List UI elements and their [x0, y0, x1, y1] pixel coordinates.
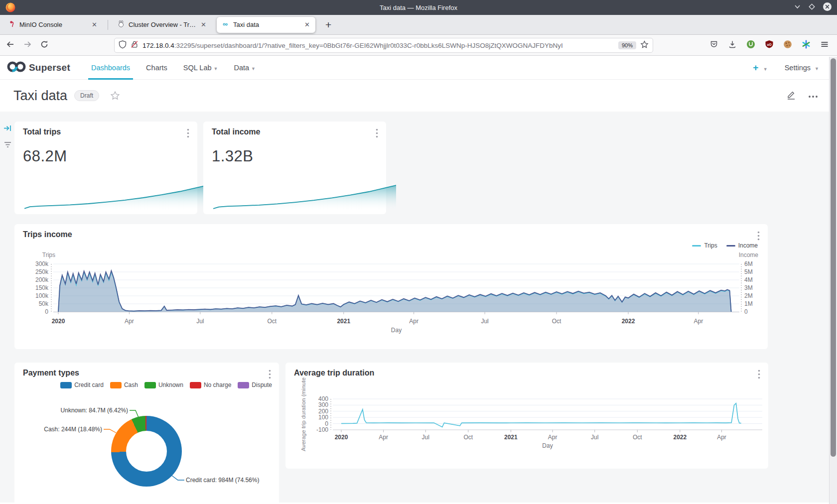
new-tab-button[interactable]: +	[320, 17, 336, 33]
firefox-window: Taxi data — Mozilla Firefox MinIO Consol…	[0, 0, 837, 504]
browser-tab-taxi-data[interactable]: ∞Taxi data✕	[217, 17, 315, 33]
multicolor-asterisk-icon[interactable]	[802, 40, 811, 51]
ublock-icon[interactable]: uO	[765, 40, 774, 51]
nav-item-dashboards[interactable]: Dashboards	[91, 56, 130, 80]
svg-text:300k: 300k	[35, 260, 49, 267]
bookmark-star-icon[interactable]	[640, 40, 649, 51]
svg-text:4M: 4M	[744, 276, 753, 283]
svg-text:50k: 50k	[39, 300, 49, 307]
superset-icon: ∞	[221, 20, 229, 29]
dashboard-header: Taxi data Draft	[0, 80, 837, 112]
tracking-shield-icon[interactable]	[119, 40, 127, 51]
avg-trip-duration-chart: 4003002001000-1002020AprJulOct2021AprJul…	[285, 363, 768, 469]
superset-logo[interactable]: Superset	[7, 60, 70, 75]
nav-item-charts[interactable]: Charts	[146, 56, 167, 80]
tab-bar: MinIO Console✕Cluster Overview - Trino✕∞…	[0, 15, 837, 35]
svg-text:Oct: Oct	[633, 434, 642, 441]
new-item-button[interactable]: + ▼	[753, 62, 767, 73]
svg-text:200k: 200k	[35, 276, 49, 283]
favorite-star-icon[interactable]	[110, 91, 120, 103]
svg-text:0: 0	[45, 308, 48, 315]
browser-toolbar: 172.18.0.4:32295/superset/dashboard/1/?n…	[0, 35, 837, 56]
tab-label: Cluster Overview - Trino	[129, 21, 196, 28]
svg-text:Oct: Oct	[552, 318, 561, 325]
big-number-value: 68.2M	[23, 147, 67, 165]
insecure-lock-icon[interactable]	[131, 40, 139, 50]
svg-text:2021: 2021	[504, 434, 518, 441]
nav-item-sql-lab[interactable]: SQL Lab▼	[183, 56, 218, 80]
svg-text:2021: 2021	[337, 318, 350, 325]
url-bar[interactable]: 172.18.0.4:32295/superset/dashboard/1/?n…	[114, 38, 653, 53]
svg-text:-100: -100	[316, 426, 328, 433]
svg-text:150k: 150k	[35, 284, 49, 291]
donut-label-cash: Cash: 244M (18.48%)	[44, 426, 102, 433]
pocket-icon[interactable]	[709, 40, 718, 51]
svg-text:2M: 2M	[744, 292, 753, 299]
scrollbar-thumb[interactable]	[831, 58, 836, 457]
draft-badge: Draft	[74, 90, 99, 101]
svg-text:2020: 2020	[52, 318, 65, 325]
svg-text:100k: 100k	[35, 292, 49, 299]
svg-text:Oct: Oct	[463, 434, 473, 441]
tab-close-icon[interactable]: ✕	[303, 21, 311, 28]
caret-down-icon: ▼	[815, 66, 819, 71]
caret-down-icon: ▼	[214, 66, 218, 71]
forward-button[interactable]	[23, 40, 32, 51]
browser-tab-minio-console[interactable]: MinIO Console✕	[4, 17, 103, 33]
svg-text:Apr: Apr	[125, 318, 134, 325]
svg-text:Oct: Oct	[267, 318, 277, 325]
filter-icon[interactable]	[3, 141, 12, 150]
page-scrollbar[interactable]	[829, 57, 837, 504]
big-number-value: 1.32B	[212, 147, 254, 165]
minimize-button[interactable]	[794, 3, 801, 12]
privacy-badger-icon[interactable]	[746, 40, 755, 51]
dashboard-body: Total trips 68.2M Total income 1.32B Tri…	[0, 112, 837, 503]
svg-text:Jul: Jul	[422, 434, 429, 441]
svg-text:Jul: Jul	[196, 318, 204, 325]
svg-text:3M: 3M	[744, 284, 753, 291]
total-income-sparkline	[213, 182, 396, 211]
browser-tab-cluster-overview-trino[interactable]: Cluster Overview - Trino✕	[113, 17, 212, 33]
svg-text:6M: 6M	[744, 260, 753, 267]
tab-close-icon[interactable]: ✕	[200, 21, 207, 28]
svg-text:Trips: Trips	[42, 252, 55, 258]
url-text[interactable]: 172.18.0.4:32295/superset/dashboard/1/?n…	[142, 42, 614, 49]
chart-title: Total income	[212, 127, 261, 136]
svg-text:250k: 250k	[35, 268, 49, 275]
svg-text:Apr: Apr	[379, 434, 388, 441]
chart-kebab-menu-icon[interactable]	[376, 128, 378, 140]
back-button[interactable]	[6, 40, 15, 51]
reload-button[interactable]	[40, 40, 49, 51]
edit-dashboard-icon[interactable]	[786, 90, 796, 102]
tab-label: Taxi data	[233, 21, 299, 28]
close-button[interactable]	[823, 2, 832, 13]
expand-filter-bar-icon[interactable]	[3, 125, 12, 134]
svg-text:2022: 2022	[622, 318, 635, 325]
window-title: Taxi data — Mozilla Firefox	[0, 4, 837, 11]
svg-text:Day: Day	[391, 327, 402, 334]
svg-text:5M: 5M	[744, 268, 753, 275]
total-income-card: Total income 1.32B	[203, 122, 386, 214]
settings-menu[interactable]: Settings ▼	[785, 64, 819, 72]
more-options-icon[interactable]	[808, 91, 818, 100]
nav-item-data[interactable]: Data▼	[234, 56, 256, 80]
trips-income-chart: 300k250k200k150k100k50k06M5M4M3M2M1M0Tri…	[14, 224, 768, 349]
zoom-level-indicator[interactable]: 90%	[618, 41, 636, 49]
payment-types-card: Payment types Credit cardCashUnknownNo c…	[14, 363, 279, 503]
svg-text:uO: uO	[767, 43, 771, 46]
chart-kebab-menu-icon[interactable]	[187, 128, 189, 140]
tab-close-icon[interactable]: ✕	[91, 21, 98, 28]
tab-label: MinIO Console	[19, 21, 87, 28]
svg-text:0: 0	[744, 308, 748, 315]
download-icon[interactable]	[728, 40, 737, 51]
caret-down-icon: ▼	[251, 66, 256, 71]
svg-text:1M: 1M	[744, 300, 753, 307]
hamburger-menu-icon[interactable]	[820, 40, 829, 51]
firefox-icon	[5, 2, 16, 13]
caret-down-icon: ▼	[763, 67, 768, 72]
maximize-button[interactable]	[808, 3, 816, 12]
cookie-icon[interactable]	[783, 40, 792, 51]
chart-title: Total trips	[23, 127, 61, 136]
svg-text:Apr: Apr	[694, 318, 703, 325]
donut-label-unknown: Unknown: 84.7M (6.42%)	[61, 407, 128, 414]
